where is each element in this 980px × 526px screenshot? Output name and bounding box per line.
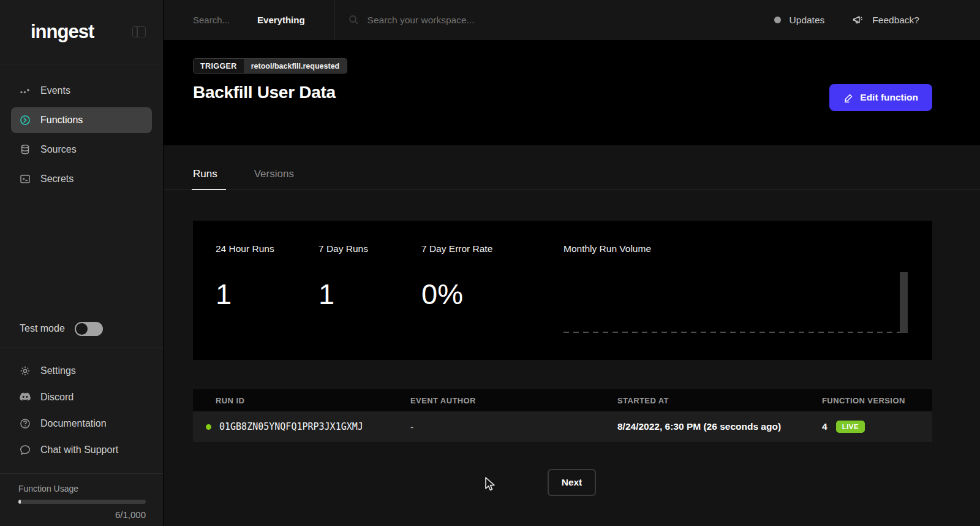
trigger-event-name: retool/backfill.requested xyxy=(244,59,347,73)
test-mode-label: Test mode xyxy=(20,323,65,334)
sidebar-item-label: Secrets xyxy=(40,173,74,185)
pencil-icon xyxy=(843,93,854,103)
next-button[interactable]: Next xyxy=(548,469,597,496)
sidebar-item-label: Functions xyxy=(40,115,83,126)
updates-label: Updates xyxy=(790,15,825,26)
search-scope-everything[interactable]: Everything xyxy=(257,15,305,25)
column-header-event-author: EVENT AUTHOR xyxy=(410,396,617,405)
trigger-badge-label: TRIGGER xyxy=(194,59,244,73)
sidebar-item-events[interactable]: Events xyxy=(11,78,152,104)
sidebar-item-label: Discord xyxy=(40,392,74,403)
live-badge: LIVE xyxy=(836,421,865,433)
updates-dot-icon xyxy=(774,17,781,23)
stats-panel: 24 Hour Runs 1 7 Day Runs 1 7 Day Error … xyxy=(193,221,932,360)
sidebar-spacer xyxy=(0,196,163,310)
topbar-divider xyxy=(334,0,335,40)
tab-runs[interactable]: Runs xyxy=(193,168,217,189)
function-usage-label: Function Usage xyxy=(18,484,145,494)
function-usage-value: 6/1,000 xyxy=(18,509,146,520)
page-title: Backfill User Data xyxy=(193,83,932,102)
function-usage-bar xyxy=(18,500,146,504)
test-mode-row: Test mode xyxy=(0,310,163,348)
sidebar-collapse-icon[interactable] xyxy=(132,26,146,37)
app-window: inngest Events Functions Sources xyxy=(0,0,980,526)
toggle-knob xyxy=(76,323,88,335)
monthly-run-volume-chart: Monthly Run Volume xyxy=(564,243,908,341)
feedback-label: Feedback? xyxy=(872,15,919,26)
stat-label: 24 Hour Runs xyxy=(216,243,318,254)
run-status-dot-icon xyxy=(206,424,211,430)
stat-24-hour-runs: 24 Hour Runs 1 xyxy=(216,243,318,341)
pagination: Next xyxy=(164,469,980,496)
sidebar-item-label: Settings xyxy=(40,365,76,376)
sidebar-footer-nav: Settings Discord Documentation Chat with… xyxy=(0,348,163,473)
event-author-cell: - xyxy=(410,422,617,432)
stat-label: 7 Day Runs xyxy=(318,243,421,254)
gear-icon xyxy=(20,365,31,376)
sidebar-header: inngest xyxy=(0,0,163,64)
column-header-function-version: FUNCTION VERSION xyxy=(822,396,932,405)
updates-button[interactable]: Updates xyxy=(774,15,825,26)
trigger-badge: TRIGGER retool/backfill.requested xyxy=(193,58,347,74)
question-circle-icon xyxy=(20,418,31,429)
column-header-run-id: RUN ID xyxy=(193,396,410,405)
edit-function-label: Edit function xyxy=(860,92,918,103)
chart-bar xyxy=(900,272,908,333)
function-header: TRIGGER retool/backfill.requested Backfi… xyxy=(164,40,980,145)
sidebar-item-label: Documentation xyxy=(40,418,107,429)
functions-icon xyxy=(20,115,31,126)
version-number: 4 xyxy=(822,421,827,432)
inngest-logo: inngest xyxy=(31,21,94,43)
megaphone-icon xyxy=(853,15,865,26)
stat-value: 1 xyxy=(216,277,318,311)
topbar: Search... Everything Updates Feedba xyxy=(164,0,980,40)
search-filter-label[interactable]: Search... xyxy=(193,15,230,25)
table-header: RUN ID EVENT AUTHOR STARTED AT FUNCTION … xyxy=(193,389,932,411)
sidebar-item-secrets[interactable]: Secrets xyxy=(11,166,152,192)
chart-area xyxy=(564,262,908,341)
search-icon xyxy=(349,15,359,25)
discord-icon xyxy=(20,392,31,403)
stat-7-day-error-rate: 7 Day Error Rate 0% xyxy=(421,243,564,341)
secrets-icon xyxy=(20,173,31,185)
function-version-cell: 4 LIVE xyxy=(822,421,932,433)
chart-title: Monthly Run Volume xyxy=(564,243,908,254)
column-header-started-at: STARTED AT xyxy=(617,396,822,405)
run-id: 01GB8ZN05YNQFQ1PRP3JX1GXMJ xyxy=(219,421,363,432)
sidebar-item-label: Chat with Support xyxy=(40,444,118,455)
stat-label: 7 Day Error Rate xyxy=(421,243,564,254)
chart-dashed-baseline xyxy=(564,332,900,333)
edit-function-button[interactable]: Edit function xyxy=(829,84,932,111)
main-area: Search... Everything Updates Feedba xyxy=(164,0,980,526)
stat-value: 0% xyxy=(421,277,564,311)
stat-value: 1 xyxy=(318,277,421,311)
sidebar-item-sources[interactable]: Sources xyxy=(11,137,152,162)
tabs: Runs Versions xyxy=(164,168,980,190)
sidebar-item-discord[interactable]: Discord xyxy=(11,384,152,410)
sources-icon xyxy=(20,144,31,155)
sidebar-item-chat-support[interactable]: Chat with Support xyxy=(11,437,152,462)
table-row[interactable]: 01GB8ZN05YNQFQ1PRP3JX1GXMJ - 8/24/2022, … xyxy=(193,411,932,442)
workspace-search-input[interactable] xyxy=(368,15,588,26)
sidebar-item-documentation[interactable]: Documentation xyxy=(11,411,152,436)
runs-table: RUN ID EVENT AUTHOR STARTED AT FUNCTION … xyxy=(193,389,932,442)
sidebar-item-functions[interactable]: Functions xyxy=(11,107,152,133)
chart-bars xyxy=(564,272,908,333)
sidebar-item-label: Events xyxy=(40,85,70,96)
tab-versions[interactable]: Versions xyxy=(254,168,294,189)
test-mode-toggle[interactable] xyxy=(75,322,103,336)
sidebar: inngest Events Functions Sources xyxy=(0,0,164,526)
workspace-search[interactable] xyxy=(349,15,774,26)
stat-7-day-runs: 7 Day Runs 1 xyxy=(318,243,421,341)
function-usage: Function Usage 6/1,000 xyxy=(0,474,163,526)
run-id-cell: 01GB8ZN05YNQFQ1PRP3JX1GXMJ xyxy=(193,421,410,432)
sidebar-nav: Events Functions Sources Secrets xyxy=(0,64,163,196)
sidebar-item-label: Sources xyxy=(40,144,77,155)
chat-bubble-icon xyxy=(20,444,31,455)
sidebar-item-settings[interactable]: Settings xyxy=(11,358,152,383)
started-at-cell: 8/24/2022, 6:30 PM (26 seconds ago) xyxy=(617,421,822,432)
topbar-right: Updates Feedback? xyxy=(774,15,980,26)
function-usage-fill xyxy=(18,500,21,504)
events-icon xyxy=(20,85,31,96)
feedback-button[interactable]: Feedback? xyxy=(853,15,919,26)
